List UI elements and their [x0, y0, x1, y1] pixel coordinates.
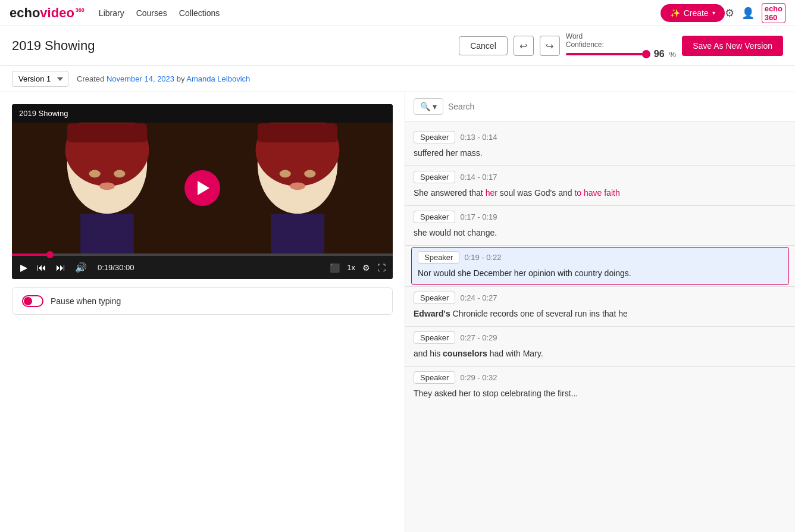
video-progress[interactable]	[12, 254, 393, 256]
svg-point-4	[89, 170, 101, 178]
volume-button[interactable]: 🔊	[74, 261, 88, 274]
toggle-knob	[24, 297, 32, 305]
svg-rect-3	[67, 123, 147, 142]
progress-dot	[46, 251, 54, 258]
transcript-entry-2: Speaker 0:14 - 0:17 She answered that he…	[405, 167, 795, 204]
confidence-pct: %	[669, 50, 677, 59]
speed-button[interactable]: 1x	[347, 263, 355, 272]
user-icon[interactable]: 👤	[741, 7, 755, 20]
search-input[interactable]	[448, 102, 787, 111]
video-preview[interactable]: COLLEGE COLLEGE	[12, 123, 393, 254]
rewind-button[interactable]: ⏮	[36, 261, 48, 274]
version-row: Version 1 Created November 14, 2023 by A…	[0, 66, 795, 92]
word-confidence: Word Confidence: 96 %	[566, 32, 676, 60]
video-title: 2019 Showing	[19, 109, 68, 118]
create-button[interactable]: ✨ Create ▾	[661, 4, 725, 22]
svg-point-6	[99, 182, 115, 190]
transcript-text-7[interactable]: They asked her to stop celebrating the f…	[414, 386, 787, 401]
redo-button[interactable]: ↪	[540, 36, 560, 56]
time-range-5: 0:24 - 0:27	[460, 293, 497, 302]
video-controls: ▶ ⏮ ⏭ 🔊 0:19/30:00 ⬛ 1x ⚙ ⛶	[12, 256, 393, 279]
time-range-7: 0:29 - 0:32	[460, 373, 497, 382]
thumbnail-left: COLLEGE	[12, 123, 202, 254]
main-layout: 2019 Showing COLLEGE	[0, 92, 795, 532]
search-mode-button[interactable]: 🔍 ▾	[414, 98, 443, 115]
speaker-tag-7[interactable]: Speaker	[414, 371, 455, 384]
save-as-new-version-button[interactable]: Save As New Version	[682, 36, 783, 56]
settings-video-button[interactable]: ⚙	[362, 263, 370, 273]
time-range-1: 0:13 - 0:14	[460, 133, 497, 142]
pause-label: Pause when typing	[51, 296, 121, 306]
transcript-text-2[interactable]: She answered that her soul was God's and…	[414, 186, 787, 201]
progress-fill	[12, 254, 50, 256]
transcript-text-3[interactable]: she would not change.	[414, 226, 787, 240]
time-range-2: 0:14 - 0:17	[460, 173, 497, 181]
speaker-time-row-4: Speaker 0:19 - 0:22	[418, 251, 783, 264]
speaker-time-row-1: Speaker 0:13 - 0:14	[414, 131, 787, 143]
transcript-text-4-active[interactable]: Nor would she December her opinion with …	[418, 266, 783, 281]
speaker-tag-2[interactable]: Speaker	[414, 171, 455, 183]
logo-echo: echo	[10, 5, 40, 21]
undo-button[interactable]: ↩	[514, 36, 534, 56]
pause-toggle[interactable]	[22, 295, 43, 307]
svg-point-13	[280, 170, 291, 178]
speaker-time-row-2: Speaker 0:14 - 0:17	[414, 171, 787, 183]
speaker-time-row-5: Speaker 0:24 - 0:27	[414, 292, 787, 304]
transcript-entry-1: Speaker 0:13 - 0:14 suffered her mass.	[405, 127, 795, 164]
nav-library[interactable]: Library	[99, 8, 124, 18]
redo-icon: ↪	[546, 40, 553, 52]
time-display: 0:19/30:00	[98, 263, 134, 272]
transcript-text-1[interactable]: suffered her mass.	[414, 146, 787, 161]
transcript-text-6[interactable]: and his counselors had with Mary.	[414, 346, 787, 361]
fullscreen-button[interactable]: ⛶	[377, 263, 386, 273]
svg-rect-7	[80, 214, 134, 254]
cancel-button[interactable]: Cancel	[459, 36, 508, 55]
transcript-entry-7: Speaker 0:29 - 0:32 They asked her to st…	[405, 368, 795, 405]
nav-right: ⚙ 👤 echo360	[725, 3, 785, 23]
search-icon: 🔍	[420, 102, 430, 111]
transcript-entry-4-active: Speaker 0:19 - 0:22 Nor would she Decemb…	[411, 247, 789, 285]
subtitles-button[interactable]: ⬛	[330, 263, 340, 273]
left-panel: 2019 Showing COLLEGE	[0, 92, 405, 532]
time-range-6: 0:27 - 0:29	[460, 333, 497, 342]
svg-point-15	[290, 182, 305, 190]
logo-video: video	[40, 5, 74, 21]
play-icon	[198, 181, 209, 195]
settings-icon[interactable]: ⚙	[725, 7, 734, 20]
speaker-time-row-6: Speaker 0:27 - 0:29	[414, 331, 787, 344]
nav-links: Library Courses Collections	[99, 8, 661, 18]
page-title: 2019 Showing	[12, 38, 459, 54]
word-confidence-label: Word Confidence:	[566, 32, 604, 49]
version-author[interactable]: Amanda Leibovich	[186, 74, 250, 83]
play-pause-button[interactable]: ▶	[19, 261, 29, 274]
speaker-time-row-3: Speaker 0:17 - 0:19	[414, 211, 787, 223]
top-nav: echovideo360 Library Courses Collections…	[0, 0, 795, 26]
speaker-tag-3[interactable]: Speaker	[414, 211, 455, 223]
play-button[interactable]	[184, 170, 220, 206]
speaker-tag-4[interactable]: Speaker	[418, 251, 459, 264]
speaker-tag-1[interactable]: Speaker	[414, 131, 455, 143]
speaker-tag-6[interactable]: Speaker	[414, 331, 455, 344]
time-range-3: 0:17 - 0:19	[460, 212, 497, 221]
echo360-badge: echo360	[762, 3, 785, 23]
search-bar: 🔍 ▾	[405, 92, 795, 121]
created-text: Created	[77, 74, 107, 83]
confidence-dot	[642, 50, 650, 58]
svg-point-14	[304, 170, 315, 178]
nav-courses[interactable]: Courses	[136, 8, 167, 18]
version-select[interactable]: Version 1	[12, 71, 68, 87]
transcript-entry-5: Speaker 0:24 - 0:27 Edward's Chronicle r…	[405, 288, 795, 325]
pause-toggle-row: Pause when typing	[12, 287, 393, 315]
version-date[interactable]: November 14, 2023	[107, 74, 174, 83]
confidence-value: 96	[654, 49, 665, 60]
logo-badge: 360	[76, 8, 84, 13]
confidence-row: 96 %	[566, 49, 676, 60]
logo[interactable]: echovideo360	[10, 5, 84, 21]
nav-collections[interactable]: Collections	[179, 8, 220, 18]
fast-forward-button[interactable]: ⏭	[55, 261, 67, 274]
speaker-tag-5[interactable]: Speaker	[414, 292, 455, 304]
toolbar-right: Cancel ↩ ↪ Word Confidence: 96 % Save As…	[459, 32, 783, 60]
transcript-text-5[interactable]: Edward's Chronicle records one of severa…	[414, 306, 787, 321]
svg-rect-12	[258, 123, 337, 142]
thumbnail-right: COLLEGE	[202, 123, 393, 254]
